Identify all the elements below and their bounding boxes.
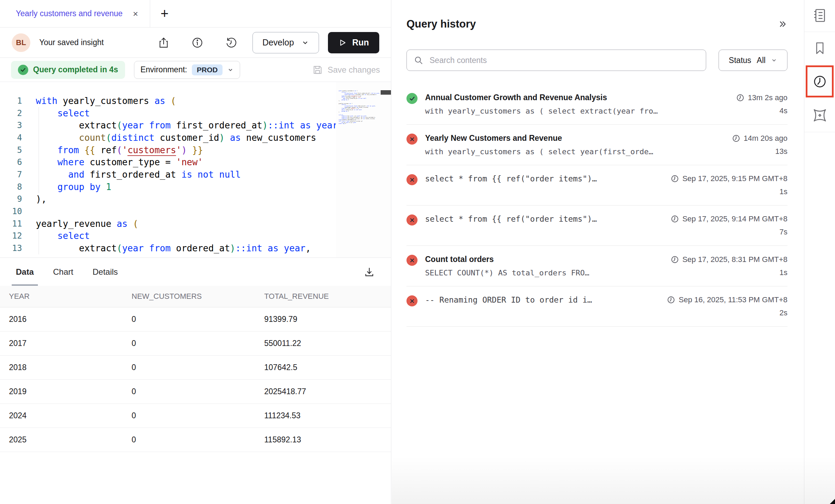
code-line: 11yearly_revenue as (	[0, 218, 391, 230]
query-status-text: Query completed in 4s	[33, 65, 118, 74]
query-title: Annual Customer Growth and Revenue Analy…	[425, 93, 607, 102]
clock-icon	[671, 215, 679, 223]
code-line: 3 extract(year from first_ordered_at)::i…	[0, 119, 391, 132]
table-cell: 91399.79	[264, 307, 391, 331]
query-item-content: Yearly New Customers and Revenue 14m 20s…	[425, 134, 787, 156]
divider	[804, 32, 835, 32]
column-header: NEW_CUSTOMERS	[132, 286, 264, 307]
info-icon[interactable]	[191, 36, 204, 49]
status-icon	[406, 214, 418, 225]
code-lines: 1with yearly_customers as (2 select3 ext…	[0, 82, 391, 254]
query-history-item[interactable]: select * from {{ ref("order_items")… Sep…	[406, 206, 787, 246]
download-results-button[interactable]	[363, 266, 375, 278]
sql-code-editor[interactable]: 1with yearly_customers as (2 select3 ext…	[0, 82, 391, 258]
results-header-row: YEARNEW_CUSTOMERSTOTAL_REVENUE	[0, 286, 391, 307]
download-icon	[363, 266, 375, 278]
new-tab-button[interactable]: +	[150, 0, 168, 27]
query-history-item[interactable]: -- Renaming ORDER_ID to order_id i… Sep …	[406, 286, 787, 327]
develop-button[interactable]: Develop	[252, 32, 319, 53]
query-history-item[interactable]: Annual Customer Growth and Revenue Analy…	[406, 84, 787, 125]
table-row: 20250115892.13	[0, 428, 391, 452]
app-window: Yearly customers and revenue × + BL Your…	[0, 0, 835, 504]
close-tab-icon[interactable]: ×	[133, 9, 138, 18]
code-line: 9),	[0, 193, 391, 206]
search-box[interactable]	[406, 50, 706, 71]
query-history-item[interactable]: Yearly New Customers and Revenue 14m 20s…	[406, 125, 787, 165]
bookmarks-icon[interactable]	[812, 41, 827, 57]
query-time-text: Sep 16, 2025, 11:53 PM GMT+8	[679, 295, 787, 304]
tab-chart[interactable]: Chart	[53, 258, 73, 286]
table-cell: 111234.53	[264, 403, 391, 428]
query-snippet: with yearly_customers as ( select extrac…	[425, 107, 771, 115]
minimap-content: with yearly_customers as ( select extrac…	[339, 90, 391, 124]
version-history-icon[interactable]	[225, 36, 237, 49]
code-line: 13 extract(year from ordered_at)::int as…	[0, 242, 391, 254]
query-history-panel: Query history Status All	[391, 0, 804, 504]
table-cell: 0	[132, 428, 264, 452]
query-history-icon-active[interactable]	[806, 65, 834, 97]
table-row: 2016091399.79	[0, 307, 391, 331]
line-number: 13	[0, 243, 30, 253]
table-cell: 0	[132, 403, 264, 428]
tab-yearly-customers-and-revenue[interactable]: Yearly customers and revenue ×	[0, 0, 150, 27]
query-duration: 13s	[767, 147, 787, 156]
query-timestamp: 13m 2s ago	[728, 93, 787, 102]
results-table: YEARNEW_CUSTOMERSTOTAL_REVENUE 201609139…	[0, 286, 391, 452]
status-filter-value: All	[757, 56, 766, 65]
query-title: Count total orders	[425, 255, 494, 264]
results-tab-bar: Data Chart Details	[0, 258, 391, 286]
query-timestamp: 14m 20s ago	[724, 134, 787, 143]
table-cell: 2024	[0, 403, 132, 428]
query-item-content: Annual Customer Growth and Revenue Analy…	[425, 93, 787, 115]
query-timestamp: Sep 16, 2025, 11:53 PM GMT+8	[659, 295, 787, 304]
table-cell: 0	[132, 379, 264, 403]
collapse-panel-icon[interactable]	[777, 19, 787, 29]
table-cell: 115892.13	[264, 428, 391, 452]
indent-guide	[39, 230, 39, 254]
table-cell: 2016	[0, 307, 132, 331]
status-icon	[406, 295, 418, 306]
success-check-icon	[18, 65, 28, 75]
line-number: 11	[0, 219, 30, 229]
tab-details[interactable]: Details	[93, 258, 118, 286]
query-timestamp: Sep 17, 2025, 9:14 PM GMT+8	[662, 214, 787, 223]
insight-title: Your saved insight	[39, 38, 104, 47]
status-icon	[406, 93, 418, 104]
clock-icon	[667, 296, 675, 304]
table-cell: 0	[132, 355, 264, 379]
scrollbar-thumb[interactable]	[381, 90, 391, 95]
editor-minimap[interactable]: with yearly_customers as ( select extrac…	[336, 82, 391, 258]
save-changes-button[interactable]: Save changes	[312, 65, 380, 75]
status-filter-dropdown[interactable]: Status All	[719, 50, 787, 71]
run-label: Run	[352, 38, 369, 48]
line-number: 9	[0, 194, 30, 204]
indent-guide	[39, 107, 39, 193]
table-row: 20170550011.22	[0, 331, 391, 355]
editor-panel: Yearly customers and revenue × + BL Your…	[0, 0, 391, 504]
share-icon[interactable]	[157, 36, 170, 49]
tab-data[interactable]: Data	[16, 258, 34, 286]
query-title: select * from {{ ref("order_items")…	[425, 214, 597, 223]
tab-details-label: Details	[93, 267, 118, 277]
search-input[interactable]	[429, 55, 699, 65]
line-number: 4	[0, 133, 30, 143]
query-history-item[interactable]: Count total orders Sep 17, 2025, 8:31 PM…	[406, 246, 787, 286]
status-icon	[406, 255, 418, 266]
code-line: 6 where customer_type = 'new'	[0, 156, 391, 168]
query-item-content: select * from {{ ref("order_items")… Sep…	[425, 214, 787, 237]
table-cell: 2018	[0, 355, 132, 379]
catalog-icon[interactable]	[812, 8, 828, 25]
query-duration: 1s	[771, 268, 787, 277]
query-time-text: 14m 20s ago	[744, 134, 787, 143]
clock-icon	[671, 175, 679, 183]
resize-handle[interactable]	[830, 499, 835, 504]
explore-compass-icon[interactable]	[812, 107, 828, 125]
table-cell: 0	[132, 307, 264, 331]
status-filter-label: Status	[729, 56, 751, 65]
query-history-item[interactable]: select * from {{ ref("order_items")… Sep…	[406, 165, 787, 206]
environment-select[interactable]: Environment: PROD	[134, 61, 240, 79]
run-button[interactable]: Run	[328, 32, 379, 53]
clock-icon	[671, 255, 679, 264]
line-number: 1	[0, 96, 30, 106]
chevron-down-icon	[771, 57, 777, 63]
